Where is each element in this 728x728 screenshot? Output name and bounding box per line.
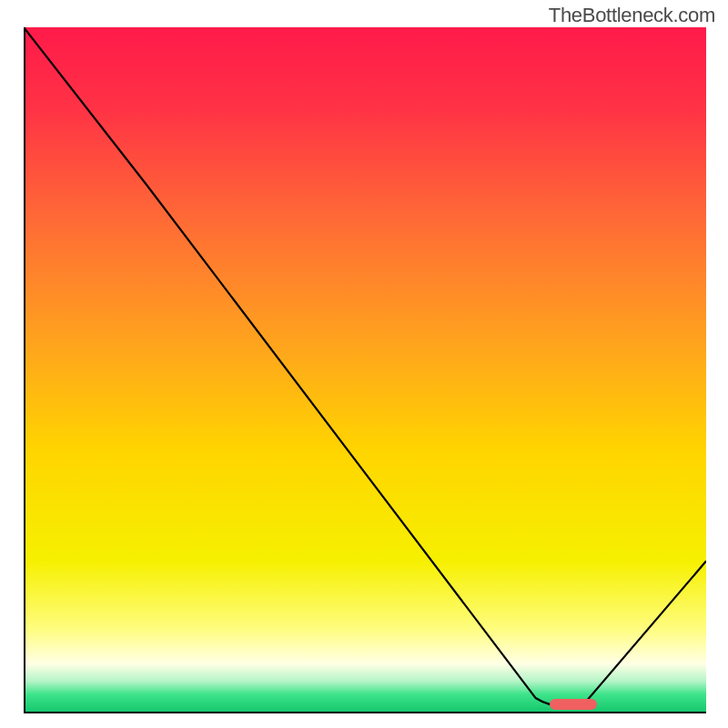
y-axis (24, 27, 25, 712)
plot-area (24, 27, 706, 712)
optimal-range-marker (550, 699, 598, 710)
bottleneck-curve (24, 27, 706, 712)
watermark-text: TheBottleneck.com (549, 4, 715, 27)
chart-container: TheBottleneck.com (0, 0, 728, 728)
x-axis (24, 712, 706, 713)
